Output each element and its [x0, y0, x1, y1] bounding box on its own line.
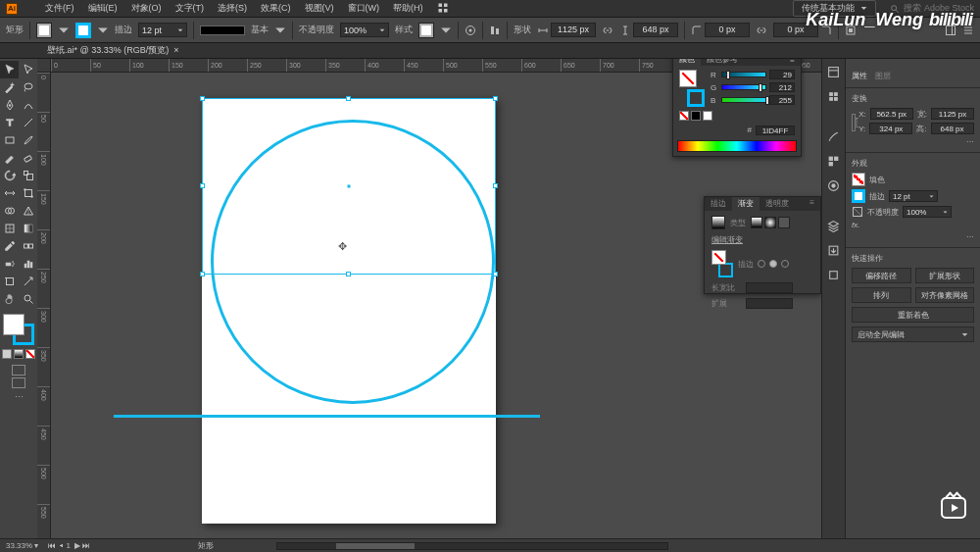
artboard-tool[interactable] [0, 273, 19, 290]
stroke-profile[interactable] [200, 25, 245, 35]
selection-bounding-box[interactable] [202, 98, 496, 275]
radial-gradient-icon[interactable] [764, 217, 776, 228]
gradient-tool[interactable] [19, 220, 37, 237]
selection-tool[interactable] [0, 61, 19, 78]
pen-tool[interactable] [0, 96, 19, 114]
symbols-icon[interactable] [826, 178, 841, 193]
stroke-radio-2[interactable] [769, 260, 777, 268]
zoom-level[interactable]: 33.33% ▾ [6, 541, 38, 550]
gradient-preview[interactable] [711, 216, 725, 229]
properties-toggle-icon[interactable] [945, 25, 956, 36]
document-tab[interactable]: 壁纸.ai* @ 33.33% (RGB/预览) × [41, 44, 184, 57]
eyedropper-tool[interactable] [0, 237, 19, 255]
opacity-input[interactable]: 100% [903, 206, 952, 218]
none-mode-icon[interactable] [25, 349, 35, 359]
fill-color-icon[interactable] [3, 314, 24, 335]
shape-width-input[interactable]: 1125 px [551, 23, 596, 37]
line-tool[interactable] [19, 114, 37, 131]
type-tool[interactable] [0, 114, 19, 131]
menu-window[interactable]: 窗口(W) [348, 2, 380, 15]
more-options-icon[interactable]: ⋯ [852, 137, 974, 146]
h-scrollbar[interactable] [276, 542, 668, 550]
color-mode-icon[interactable] [2, 349, 12, 359]
symbol-sprayer-tool[interactable] [0, 255, 19, 273]
shape-height-input[interactable]: 648 px [633, 23, 678, 37]
stroke-weight-input[interactable]: 12 pt [889, 190, 938, 202]
expand-shape-button[interactable]: 扩展形状 [915, 268, 975, 283]
stroke-swatch[interactable] [852, 189, 865, 203]
stroke-radio-3[interactable] [781, 260, 789, 268]
resize-handle[interactable] [493, 272, 498, 276]
fill-swatch[interactable] [36, 23, 52, 38]
opacity-input[interactable]: 100% [340, 23, 389, 37]
menu-view[interactable]: 视图(V) [305, 2, 334, 15]
menu-help[interactable]: 帮助(H) [393, 2, 423, 15]
offset-path-button[interactable]: 偏移路径 [852, 268, 911, 283]
reference-point-icon[interactable] [852, 114, 856, 131]
artboards-icon[interactable] [826, 268, 841, 282]
b-value[interactable]: 255 [769, 95, 795, 105]
canvas[interactable]: 0501001502002503003504004505005506006507… [37, 59, 821, 538]
zoom-tool[interactable] [19, 290, 37, 308]
curvature-tool[interactable] [19, 96, 37, 114]
menu-object[interactable]: 对象(O) [131, 2, 162, 15]
direct-selection-tool[interactable] [19, 61, 37, 78]
ruler-origin[interactable] [37, 59, 51, 73]
menu-effect[interactable]: 效果(C) [261, 2, 291, 15]
chevron-down-icon[interactable] [440, 25, 452, 36]
shaper-tool[interactable] [0, 149, 19, 167]
resize-handle[interactable] [346, 96, 351, 101]
slice-tool[interactable] [19, 273, 37, 290]
arrange-button[interactable]: 排列 [852, 287, 911, 303]
edit-toolbar-icon[interactable]: ⋯ [0, 392, 37, 402]
menu-edit[interactable]: 编辑(E) [88, 2, 118, 15]
chevron-down-icon[interactable] [58, 25, 70, 36]
corner-radius-input-2[interactable]: 0 px [773, 23, 818, 37]
shape-builder-tool[interactable] [0, 202, 19, 220]
recolor-icon[interactable] [465, 25, 476, 36]
gradient-aspect-input[interactable] [746, 282, 793, 293]
width-tool[interactable] [0, 184, 19, 202]
resize-handle[interactable] [346, 272, 351, 276]
rotate-tool[interactable] [0, 167, 19, 184]
gradient-mode-icon[interactable] [14, 349, 24, 359]
color-spectrum[interactable] [677, 140, 797, 152]
align-icon[interactable] [489, 25, 501, 36]
resize-handle[interactable] [493, 96, 498, 101]
tab-stroke[interactable]: 描边 [705, 197, 732, 211]
recolor-button[interactable]: 重新着色 [852, 307, 974, 323]
asset-export-icon[interactable] [826, 243, 841, 258]
transform-w-input[interactable]: 1125 px [931, 108, 974, 120]
transform-h-input[interactable]: 648 px [931, 123, 974, 134]
corner-radius-input[interactable]: 0 px [705, 23, 750, 37]
align-pixel-button[interactable]: 对齐像素网格 [915, 287, 975, 303]
normal-screen-icon[interactable] [12, 365, 25, 376]
lasso-tool[interactable] [19, 78, 37, 96]
blend-tool[interactable] [19, 237, 37, 255]
magic-wand-tool[interactable] [0, 78, 19, 96]
scrollbar-thumb[interactable] [336, 543, 415, 549]
linear-gradient-icon[interactable] [751, 217, 762, 228]
menu-icon[interactable] [962, 25, 974, 36]
link-corner-icon[interactable] [756, 25, 767, 36]
start-global-edit-button[interactable]: 启动全局编辑 [852, 326, 974, 342]
panel-menu-icon[interactable]: ≡ [784, 59, 801, 66]
layers-icon[interactable] [826, 219, 841, 233]
perspective-grid-tool[interactable] [19, 202, 37, 220]
b-slider[interactable] [721, 97, 766, 103]
workspace-switcher[interactable]: 传统基本功能 [793, 0, 876, 17]
graphic-style-swatch[interactable] [418, 23, 434, 38]
menu-select[interactable]: 选择(S) [218, 2, 247, 15]
libraries-icon[interactable] [826, 89, 841, 104]
properties-icon[interactable] [826, 65, 841, 79]
link-icon[interactable] [602, 25, 613, 36]
stock-search[interactable]: 搜索 Adobe Stock [890, 2, 974, 15]
panel-fill-stroke[interactable] [711, 250, 733, 277]
eraser-tool[interactable] [19, 149, 37, 167]
white-swatch-icon[interactable] [703, 111, 712, 121]
paintbrush-tool[interactable] [19, 131, 37, 149]
r-slider[interactable] [721, 72, 766, 77]
transform-y-input[interactable]: 324 px [869, 123, 912, 134]
g-value[interactable]: 212 [769, 82, 795, 92]
freeform-gradient-icon[interactable] [778, 217, 790, 228]
